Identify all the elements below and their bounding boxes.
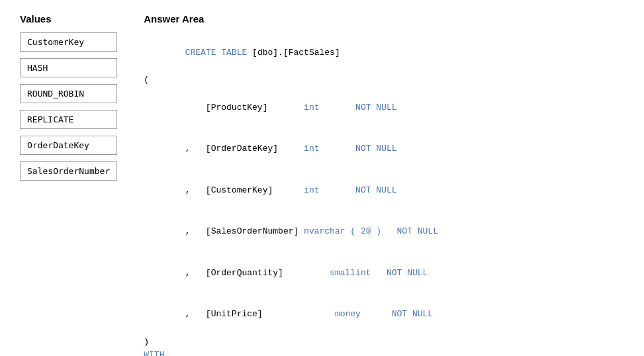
col-close-paren: ) — [144, 335, 624, 349]
code-block: CREATE TABLE [dbo].[FactSales] ( [Produc… — [144, 32, 624, 356]
answer-section: Answer Area CREATE TABLE [dbo].[FactSale… — [144, 13, 624, 356]
value-item-hash[interactable]: HASH — [20, 58, 117, 77]
value-item-customerkey[interactable]: CustomerKey — [20, 32, 117, 52]
values-section: Values CustomerKey HASH ROUND_ROBIN REPL… — [20, 13, 117, 187]
col-customerkey: , [CustomerKey] int NOT NULL — [144, 170, 624, 211]
value-item-replicate[interactable]: REPLICATE — [20, 110, 117, 129]
open-paren-line: ( — [144, 73, 624, 87]
col-productkey: [ProductKey] int NOT NULL — [144, 87, 624, 128]
col-salesordernumber: , [SalesOrderNumber] nvarchar ( 20 ) NOT… — [144, 211, 624, 252]
with-line: WITH — [144, 349, 624, 356]
col-orderquantity: , [OrderQuantity] smallint NOT NULL — [144, 253, 624, 294]
value-item-salesordernumber[interactable]: SalesOrderNumber — [20, 161, 117, 181]
values-title: Values — [20, 13, 117, 24]
value-item-round-robin[interactable]: ROUND_ROBIN — [20, 84, 117, 103]
value-item-orderdatekey[interactable]: OrderDateKey — [20, 136, 117, 155]
col-orderdatekey: , [OrderDateKey] int NOT NULL — [144, 129, 624, 170]
col-unitprice: , [UnitPrice] money NOT NULL — [144, 294, 624, 335]
create-keyword: CREATE TABLE — [185, 48, 252, 58]
create-table-line: CREATE TABLE [dbo].[FactSales] — [144, 32, 624, 73]
answer-title: Answer Area — [144, 13, 624, 24]
main-container: Values CustomerKey HASH ROUND_ROBIN REPL… — [20, 13, 624, 356]
table-name: [dbo].[FactSales] — [252, 48, 340, 58]
